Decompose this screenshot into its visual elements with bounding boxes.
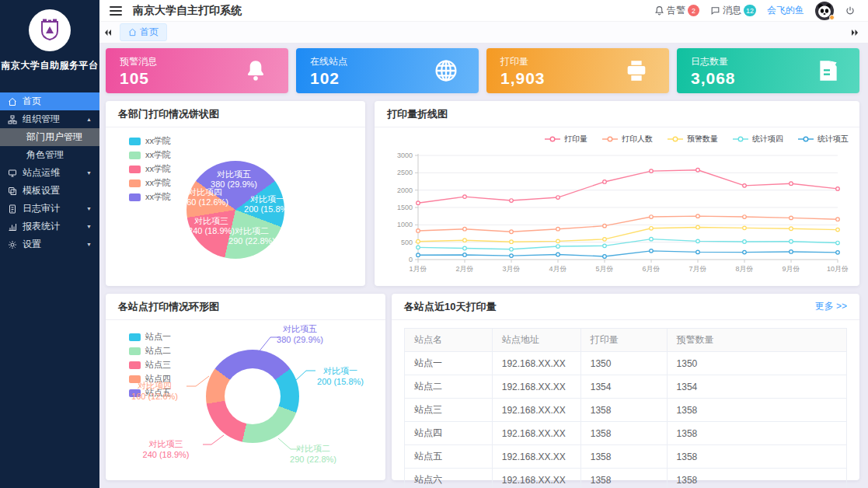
table-row[interactable]: 站点六192.168.XX.XX13581358 [405, 469, 847, 488]
svg-text:2000: 2000 [397, 186, 413, 194]
legend-label: 打印人数 [622, 134, 653, 145]
stat-card-print-volume: 打印量 1,903 [486, 48, 669, 93]
table-cell: 站点三 [405, 399, 493, 422]
svg-text:1月份: 1月份 [409, 265, 427, 273]
legend-item[interactable]: xx学院 [129, 177, 171, 189]
donut-slice-label: 对比项二290 (22.8%) [270, 443, 356, 465]
table-row[interactable]: 站点一192.168.XX.XX13501350 [405, 352, 847, 375]
monitor-icon [8, 169, 17, 178]
platform-title: 南京大学自助服务平台 [0, 59, 99, 72]
line-legend-marker [601, 135, 619, 143]
sidebar-item-log-audit[interactable]: 日志审计 ▼ [0, 200, 99, 218]
donut-legend: 站点一站点二站点三站点四站点五 [129, 331, 171, 399]
legend-item[interactable]: 站点四 [129, 373, 171, 385]
avatar[interactable] [815, 2, 834, 20]
sidebar-item-label: 角色管理 [26, 148, 64, 162]
sidebar-item-site-ops[interactable]: 站点运维 ▼ [0, 164, 99, 182]
sidebar-item-report-stats[interactable]: 报表统计 ▼ [0, 218, 99, 235]
sidebar-item-org-management[interactable]: 组织管理 ▲ [0, 110, 99, 128]
svg-text:2500: 2500 [397, 169, 413, 176]
legend-item[interactable]: xx学院 [129, 135, 171, 147]
site-donut-ring[interactable] [206, 350, 299, 443]
legend-swatch [129, 347, 141, 355]
chevron-down-icon: ▼ [86, 206, 92, 211]
sidebar-item-role-management[interactable]: 角色管理 [0, 146, 99, 164]
sidebar-item-label: 模板设置 [23, 184, 60, 197]
legend-swatch [129, 193, 141, 201]
sidebar-item-dept-user-management[interactable]: 部门用户管理 [0, 128, 99, 146]
site-table-panel: 各站点近10天打印量 更多 >> 站点名 站点地址 打印量 预警数量 站点一19… [392, 294, 859, 480]
hamburger-menu-icon[interactable] [110, 4, 122, 18]
dept-pie-circle[interactable] [186, 161, 284, 259]
col-header-print-volume: 打印量 [580, 329, 667, 352]
sidebar-item-settings[interactable]: 设置 ▼ [0, 235, 99, 253]
legend-item[interactable]: xx学院 [129, 163, 171, 175]
table-cell: 站点六 [405, 469, 493, 488]
stat-card-log-count: 日志数量 3,068 [677, 48, 859, 93]
table-row[interactable]: 站点二192.168.XX.XX13541354 [405, 375, 847, 399]
svg-text:1500: 1500 [397, 204, 413, 211]
more-link[interactable]: 更多 >> [815, 300, 847, 313]
chevron-down-icon: ▼ [86, 242, 92, 247]
legend-item[interactable]: xx学院 [129, 149, 171, 161]
pie-legend: xx学院xx学院xx学院xx学院xx学院 [129, 135, 171, 203]
document-icon [814, 58, 839, 83]
legend-item[interactable]: 统计项五 [797, 134, 849, 145]
chevron-down-icon: ▼ [86, 224, 92, 229]
main-content: 预警消息 105 在线站点 102 打印量 1,903 日志数量 3,068 各… [99, 44, 868, 488]
line-chart-panel: 打印量折线图 打印量打印人数预警数量统计项四统计项五 0500100015002… [375, 101, 859, 286]
table-row[interactable]: 站点四192.168.XX.XX13581358 [405, 422, 847, 445]
sitemap-icon [8, 115, 17, 124]
sidebar-item-template-settings[interactable]: 模板设置 [0, 182, 99, 200]
sidebar-item-label: 首页 [23, 95, 41, 108]
line-chart[interactable]: 0500100015002000250030001月份2月份3月份4月份5月份6… [382, 149, 852, 281]
alarm-button[interactable]: 告警 2 [654, 4, 699, 17]
legend-label: 站点二 [145, 345, 171, 357]
legend-item[interactable]: xx学院 [129, 191, 171, 203]
svg-text:1000: 1000 [397, 221, 413, 228]
username[interactable]: 会飞的鱼 [767, 4, 804, 17]
table-cell: 1358 [580, 422, 667, 445]
table-cell: 1358 [580, 399, 667, 422]
table-cell: 192.168.XX.XX [492, 352, 580, 375]
status-dot [829, 15, 835, 20]
table-row[interactable]: 站点五192.168.XX.XX13581358 [405, 445, 847, 469]
sidebar: 南京大学自助服务平台 首页 组织管理 ▲ 部门用户管理 角色管理 站点运维 ▼ [0, 0, 99, 488]
expand-right-icon[interactable] [846, 28, 863, 37]
svg-text:7月份: 7月份 [688, 265, 706, 273]
line-legend-marker [797, 135, 814, 143]
line-legend-marker [544, 135, 561, 143]
line-legend-marker [732, 135, 749, 143]
legend-swatch [129, 375, 141, 383]
power-icon[interactable] [845, 5, 856, 16]
legend-item[interactable]: 打印人数 [601, 134, 653, 145]
legend-item[interactable]: 统计项四 [732, 134, 783, 145]
donut-slice-label: 对比项一200 (15.8%) [302, 365, 379, 387]
sidebar-item-label: 报表统计 [23, 220, 60, 233]
legend-item[interactable]: 站点三 [129, 359, 171, 371]
table-cell: 1358 [667, 445, 846, 469]
bell-icon [654, 5, 664, 16]
legend-item[interactable]: 预警数量 [667, 134, 718, 145]
table-cell: 1358 [580, 445, 667, 469]
table-cell: 站点五 [405, 445, 493, 469]
legend-item[interactable]: 打印量 [544, 134, 587, 145]
table-cell: 192.168.XX.XX [492, 469, 580, 488]
legend-swatch [129, 333, 141, 341]
collapse-left-icon[interactable] [99, 28, 117, 37]
panel-title-text: 各站点近10天打印量 [404, 300, 496, 314]
sidebar-item-label: 设置 [23, 238, 41, 251]
message-button[interactable]: 消息 12 [710, 4, 756, 17]
legend-item[interactable]: 站点一 [129, 331, 171, 343]
legend-item[interactable]: 站点二 [129, 345, 171, 357]
top-header: 南京大学自主打印系统 告警 2 消息 12 会飞的鱼 [99, 0, 868, 22]
chevron-up-icon: ▲ [86, 117, 92, 122]
legend-label: 站点五 [145, 387, 171, 399]
tab-home[interactable]: 首页 [120, 23, 167, 41]
table-row[interactable]: 站点三192.168.XX.XX13581358 [405, 399, 847, 422]
legend-item[interactable]: 站点五 [129, 387, 171, 399]
table-cell: 1358 [667, 422, 846, 445]
legend-label: 统计项五 [817, 134, 849, 145]
legend-label: 站点四 [145, 373, 171, 385]
sidebar-item-home[interactable]: 首页 [0, 92, 99, 110]
